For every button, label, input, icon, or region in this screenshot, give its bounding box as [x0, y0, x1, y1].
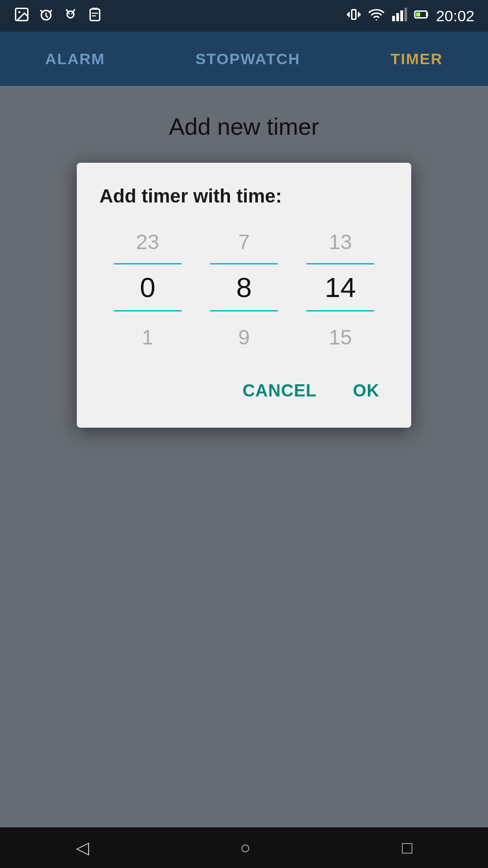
cat-icon	[62, 6, 79, 26]
status-time: 20:02	[436, 7, 474, 25]
hours-line-bottom	[114, 310, 182, 311]
hours-line-top	[114, 263, 182, 264]
svg-rect-13	[416, 12, 420, 16]
hours-above: 23	[136, 230, 159, 254]
main-content: Add new timer Add timer with time: 23 0 …	[0, 86, 488, 827]
svg-point-5	[71, 13, 73, 14]
tab-timer[interactable]: TIMER	[377, 41, 456, 77]
hours-picker[interactable]: 23 0 1	[107, 230, 188, 349]
clipboard-icon	[87, 6, 103, 26]
svg-rect-9	[396, 13, 399, 21]
vibrate-icon	[346, 6, 362, 26]
status-icons-left	[14, 6, 103, 26]
svg-rect-8	[392, 16, 395, 21]
image-icon	[14, 6, 30, 26]
minutes-line-bottom	[210, 310, 278, 311]
nav-bar: ◁ ○ □	[0, 827, 488, 868]
back-button[interactable]: ◁	[76, 838, 89, 858]
seconds-selected: 14	[325, 269, 356, 306]
ok-button[interactable]: OK	[344, 377, 389, 405]
recent-button[interactable]: □	[402, 838, 413, 858]
svg-rect-11	[404, 8, 407, 21]
app-bar: ALARM STOPWATCH TIMER	[0, 32, 488, 86]
minutes-below: 9	[238, 325, 250, 349]
svg-rect-7	[352, 9, 356, 19]
hours-below: 1	[142, 325, 154, 349]
seconds-picker[interactable]: 13 14 15	[300, 230, 381, 349]
alarm-icon	[38, 6, 54, 26]
seconds-line-top	[306, 263, 374, 264]
dialog: Add timer with time: 23 0 1 7 8 9 13	[77, 163, 411, 428]
hours-selected: 0	[140, 269, 155, 306]
minutes-picker[interactable]: 7 8 9	[203, 230, 285, 349]
minutes-line-top	[210, 263, 278, 264]
svg-rect-6	[90, 9, 100, 21]
picker-area: 23 0 1 7 8 9 13 14 15	[99, 230, 389, 349]
svg-point-4	[69, 13, 70, 14]
svg-point-1	[19, 11, 21, 13]
seconds-above: 13	[329, 230, 352, 254]
status-icons-right: 20:02	[346, 6, 474, 26]
cancel-button[interactable]: CANCEL	[234, 377, 326, 405]
minutes-above: 7	[238, 230, 250, 254]
tab-alarm[interactable]: ALARM	[32, 41, 119, 77]
battery-icon	[413, 6, 430, 26]
svg-rect-10	[400, 10, 403, 21]
seconds-below: 15	[329, 325, 352, 349]
page-title: Add new timer	[169, 113, 319, 140]
seconds-line-bottom	[306, 310, 374, 311]
tab-stopwatch[interactable]: STOPWATCH	[182, 41, 314, 77]
home-button[interactable]: ○	[240, 838, 251, 858]
status-bar: 20:02	[0, 0, 488, 32]
dialog-buttons: CANCEL OK	[99, 377, 389, 405]
wifi-icon	[368, 6, 385, 26]
signal-icon	[391, 6, 407, 26]
dialog-title: Add timer with time:	[99, 185, 389, 207]
minutes-selected: 8	[236, 269, 252, 306]
